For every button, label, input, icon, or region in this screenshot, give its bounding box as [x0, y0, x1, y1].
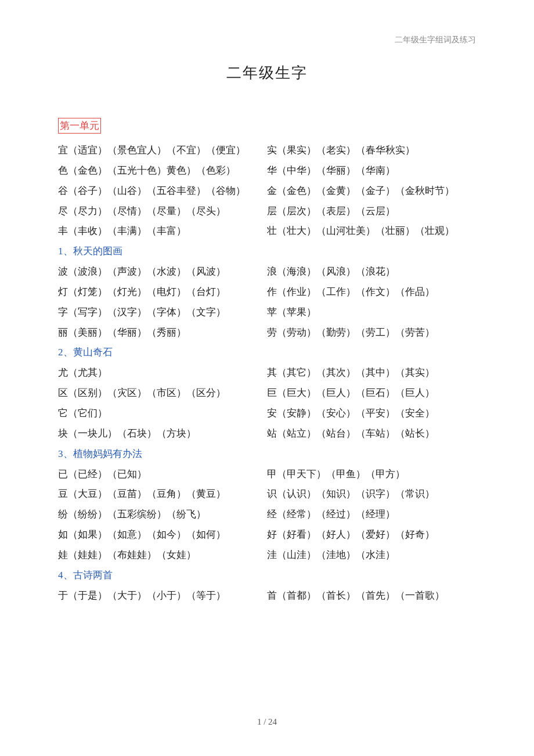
content-row: 它（它们）安（安静）（安心）（平安）（安全） [58, 404, 476, 424]
content-row: 已（已经）（已知）甲（甲天下）（甲鱼）（甲方） [58, 465, 476, 485]
content-row: 宜（适宜）（景色宜人）（不宜）（便宜）实（果实）（老实）（春华秋实） [58, 141, 476, 161]
row-right: 浪（海浪）（风浪）（浪花） [267, 262, 476, 282]
row-right: 壮（壮大）（山河壮美）（壮丽）（壮观） [267, 221, 476, 242]
row-right: 华（中华）（华丽）（华南） [267, 161, 476, 181]
content-row: 于（于是）（大于）（小于）（等于）首（首都）（首长）（首先）（一首歌） [58, 586, 476, 606]
content-row: 娃（娃娃）（布娃娃）（女娃）洼（山洼）（洼地）（水洼） [58, 545, 476, 566]
row-left: 纷（纷纷）（五彩缤纷）（纷飞） [58, 505, 267, 525]
content-row: 灯（灯笼）（灯光）（电灯）（台灯）作（作业）（工作）（作文）（作品） [58, 282, 476, 303]
row-left: 娃（娃娃）（布娃娃）（女娃） [58, 545, 267, 566]
row-right: 经（经常）（经过）（经理） [267, 505, 476, 525]
row-right: 金（金色）（金黄）（金子）（金秋时节） [267, 181, 476, 201]
section-heading: 1、秋天的图画 [58, 242, 476, 262]
content-row: 谷（谷子）（山谷）（五谷丰登）（谷物）金（金色）（金黄）（金子）（金秋时节） [58, 181, 476, 201]
content-body: 宜（适宜）（景色宜人）（不宜）（便宜）实（果实）（老实）（春华秋实）色（金色）（… [58, 141, 476, 606]
row-left: 谷（谷子）（山谷）（五谷丰登）（谷物） [58, 181, 267, 201]
row-left: 字（写字）（汉字）（字体）（文字） [58, 303, 267, 323]
content-row: 纷（纷纷）（五彩缤纷）（纷飞）经（经常）（经过）（经理） [58, 505, 476, 525]
content-row: 尽（尽力）（尽情）（尽量）（尽头）层（层次）（表层）（云层） [58, 201, 476, 222]
row-left: 如（如果）（如意）（如今）（如何） [58, 525, 267, 545]
row-right: 识（认识）（知识）（识字）（常识） [267, 484, 476, 505]
row-left: 豆（大豆）（豆苗）（豆角）（黄豆） [58, 484, 267, 505]
document-page: 二年级生字组词及练习 二年级生字 第一单元 宜（适宜）（景色宜人）（不宜）（便宜… [0, 0, 534, 756]
content-row: 豆（大豆）（豆苗）（豆角）（黄豆）识（认识）（知识）（识字）（常识） [58, 484, 476, 505]
row-left: 宜（适宜）（景色宜人）（不宜）（便宜） [58, 141, 267, 161]
document-title: 二年级生字 [58, 63, 476, 83]
row-left: 已（已经）（已知） [58, 465, 267, 485]
section-heading: 3、植物妈妈有办法 [58, 444, 476, 465]
row-left: 尤（尤其） [58, 363, 267, 383]
row-right: 层（层次）（表层）（云层） [267, 201, 476, 222]
row-right: 安（安静）（安心）（平安）（安全） [267, 404, 476, 424]
row-right: 实（果实）（老实）（春华秋实） [267, 141, 476, 161]
row-right: 作（作业）（工作）（作文）（作品） [267, 282, 476, 303]
row-right: 首（首都）（首长）（首先）（一首歌） [267, 586, 476, 606]
content-row: 字（写字）（汉字）（字体）（文字）苹（苹果） [58, 303, 476, 323]
row-left: 区（区别）（灾区）（市区）（区分） [58, 383, 267, 404]
row-left: 灯（灯笼）（灯光）（电灯）（台灯） [58, 282, 267, 303]
row-left: 块（一块儿）（石块）（方块） [58, 424, 267, 444]
row-left: 色（金色）（五光十色）黄色）（色彩） [58, 161, 267, 181]
row-left: 丽（美丽）（华丽）（秀丽） [58, 323, 267, 343]
content-row: 块（一块儿）（石块）（方块）站（站立）（站台）（车站）（站长） [58, 424, 476, 444]
content-row: 丰（丰收）（丰满）（丰富）壮（壮大）（山河壮美）（壮丽）（壮观） [58, 221, 476, 242]
page-header: 二年级生字组词及练习 [58, 35, 476, 45]
row-left: 尽（尽力）（尽情）（尽量）（尽头） [58, 201, 267, 222]
row-left: 波（波浪）（声波）（水波）（风波） [58, 262, 267, 282]
content-row: 尤（尤其）其（其它）（其次）（其中）（其实） [58, 363, 476, 383]
content-row: 波（波浪）（声波）（水波）（风波）浪（海浪）（风浪）（浪花） [58, 262, 476, 282]
unit-label: 第一单元 [58, 118, 101, 134]
row-left: 于（于是）（大于）（小于）（等于） [58, 586, 267, 606]
row-left: 丰（丰收）（丰满）（丰富） [58, 221, 267, 242]
row-right: 苹（苹果） [267, 303, 476, 323]
page-footer: 1 / 24 [0, 717, 534, 727]
section-heading: 4、古诗两首 [58, 566, 476, 586]
content-row: 如（如果）（如意）（如今）（如何）好（好看）（好人）（爱好）（好奇） [58, 525, 476, 545]
row-right: 洼（山洼）（洼地）（水洼） [267, 545, 476, 566]
row-right: 站（站立）（站台）（车站）（站长） [267, 424, 476, 444]
row-right: 其（其它）（其次）（其中）（其实） [267, 363, 476, 383]
content-row: 丽（美丽）（华丽）（秀丽）劳（劳动）（勤劳）（劳工）（劳苦） [58, 323, 476, 343]
section-heading: 2、黄山奇石 [58, 343, 476, 363]
row-right: 巨（巨大）（巨人）（巨石）（巨人） [267, 383, 476, 404]
content-row: 区（区别）（灾区）（市区）（区分）巨（巨大）（巨人）（巨石）（巨人） [58, 383, 476, 404]
row-right: 劳（劳动）（勤劳）（劳工）（劳苦） [267, 323, 476, 343]
row-right: 甲（甲天下）（甲鱼）（甲方） [267, 465, 476, 485]
row-left: 它（它们） [58, 404, 267, 424]
row-right: 好（好看）（好人）（爱好）（好奇） [267, 525, 476, 545]
content-row: 色（金色）（五光十色）黄色）（色彩）华（中华）（华丽）（华南） [58, 161, 476, 181]
